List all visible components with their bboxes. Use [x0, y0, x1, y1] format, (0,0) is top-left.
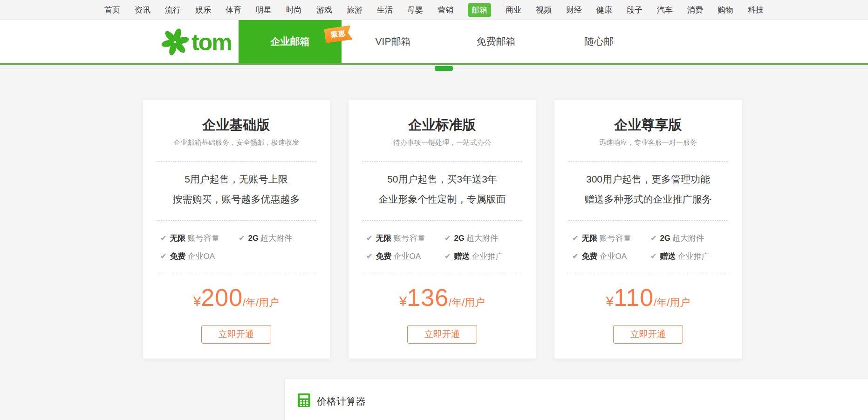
plan-feature: ✔2G超大附件 [444, 233, 518, 244]
divider [157, 161, 316, 162]
plan-feature: ✔免费企业OA [160, 251, 234, 262]
nav-item-0[interactable]: 首页 [104, 5, 120, 15]
divider [568, 161, 728, 162]
price-amount: 110 [614, 284, 654, 311]
plan-price: ¥136/年/用户 [349, 285, 536, 317]
check-icon: ✔ [239, 234, 245, 242]
plan-card: 企业尊享版 迅速响应，专业客服一对一服务 300用户起售，更多管理功能 赠送多种… [554, 100, 742, 359]
plan-cards: 企业基础版 企业邮箱基础服务，安全畅邮，极速收发 5用户起售，无账号上限 按需购… [142, 100, 742, 359]
nav-item-8[interactable]: 旅游 [347, 5, 362, 15]
divider [157, 220, 316, 221]
plan-description: 300用户起售，更多管理功能 赠送多种形式的企业推广服务 [554, 169, 742, 209]
nav-item-4[interactable]: 体育 [226, 5, 241, 15]
plan-title: 企业尊享版 [554, 117, 742, 133]
nav-item-9[interactable]: 生活 [377, 5, 393, 15]
nav-item-10[interactable]: 母婴 [407, 5, 423, 15]
mail-tabs: 企业邮箱聚惠VIP邮箱免费邮箱随心邮 [239, 20, 650, 63]
nav-item-7[interactable]: 游戏 [316, 5, 332, 15]
plan-features: ✔无限账号容量 ✔2G超大附件 ✔免费企业OA ✔赠送企业推广 [366, 233, 518, 262]
plan-feature: ✔2G超大附件 [650, 233, 724, 244]
nav-item-18[interactable]: 汽车 [657, 5, 673, 15]
check-icon: ✔ [366, 252, 372, 260]
nav-item-11[interactable]: 营销 [437, 5, 453, 15]
plan-description-line: 按需购买，账号越多优惠越多 [143, 189, 330, 209]
nav-item-17[interactable]: 段子 [627, 5, 642, 15]
plan-description-line: 赠送多种形式的企业推广服务 [554, 189, 742, 209]
nav-item-21[interactable]: 科技 [748, 5, 764, 15]
tab-1[interactable]: VIP邮箱 [342, 20, 444, 63]
check-icon: ✔ [160, 234, 166, 242]
plan-subtitle: 迅速响应，专业客服一对一服务 [554, 138, 742, 147]
tab-indicator-dash [435, 66, 453, 71]
tom-logo[interactable]: tom [161, 27, 232, 58]
tab-3[interactable]: 随心邮 [547, 20, 650, 63]
plan-feature: ✔免费企业OA [572, 251, 646, 262]
nav-item-14[interactable]: 视频 [536, 5, 552, 15]
plan-description-line: 企业形象个性定制，专属版面 [349, 189, 536, 209]
plan-card: 企业标准版 待办事项一键处理，一站式办公 50用户起售，买3年送3年 企业形象个… [348, 100, 536, 359]
divider [157, 274, 316, 274]
check-icon: ✔ [572, 234, 578, 242]
plan-feature: ✔2G超大附件 [239, 233, 312, 244]
plan-feature: ✔免费企业OA [366, 251, 440, 262]
check-icon: ✔ [650, 252, 656, 260]
nav-item-16[interactable]: 健康 [596, 5, 612, 15]
divider [568, 220, 728, 221]
plan-feature: ✔无限账号容量 [366, 233, 440, 244]
check-icon: ✔ [160, 252, 166, 260]
plan-feature: ✔赠送企业推广 [650, 251, 724, 262]
currency-symbol: ¥ [193, 293, 201, 309]
site-header: tom 企业邮箱聚惠VIP邮箱免费邮箱随心邮 [0, 20, 868, 63]
tab-label: 免费邮箱 [477, 35, 516, 48]
plan-card: 企业基础版 企业邮箱基础服务，安全畅邮，极速收发 5用户起售，无账号上限 按需购… [142, 100, 330, 359]
nav-item-19[interactable]: 消费 [687, 5, 703, 15]
check-icon: ✔ [444, 234, 451, 242]
nav-item-2[interactable]: 流行 [165, 5, 181, 15]
nav-item-12[interactable]: 邮箱 [468, 3, 491, 17]
plan-description-line: 50用户起售，买3年送3年 [349, 169, 536, 189]
currency-symbol: ¥ [606, 293, 614, 309]
nav-item-1[interactable]: 资讯 [135, 5, 150, 15]
plan-features: ✔无限账号容量 ✔2G超大附件 ✔免费企业OA [160, 233, 312, 262]
price-unit: /年/用户 [654, 297, 690, 308]
check-icon: ✔ [444, 252, 451, 260]
tab-label: 企业邮箱 [271, 35, 310, 48]
nav-item-13[interactable]: 商业 [506, 5, 521, 15]
tab-0[interactable]: 企业邮箱聚惠 [239, 20, 342, 63]
plan-features: ✔无限账号容量 ✔2G超大附件 ✔免费企业OA ✔赠送企业推广 [572, 233, 724, 262]
activate-button[interactable]: 立即开通 [613, 325, 683, 344]
nav-item-15[interactable]: 财经 [566, 5, 582, 15]
plan-title: 企业基础版 [143, 117, 330, 133]
nav-item-5[interactable]: 明星 [256, 5, 272, 15]
plan-feature: ✔无限账号容量 [160, 233, 234, 244]
faint-line [0, 68, 868, 68]
tab-2[interactable]: 免费邮箱 [444, 20, 547, 63]
nav-item-3[interactable]: 娱乐 [195, 5, 211, 15]
tab-label: VIP邮箱 [376, 35, 411, 48]
activate-button[interactable]: 立即开通 [407, 325, 477, 344]
price-unit: /年/用户 [449, 297, 485, 308]
logo-text: tom [191, 27, 232, 57]
plan-price: ¥200/年/用户 [143, 285, 330, 317]
price-unit: /年/用户 [243, 297, 279, 308]
price-amount: 136 [407, 284, 449, 311]
nav-item-20[interactable]: 购物 [718, 5, 733, 15]
divider [362, 274, 522, 274]
price-calculator-panel: 价格计算器 [284, 378, 868, 420]
plan-feature: ✔无限账号容量 [572, 233, 646, 244]
nav-item-6[interactable]: 时尚 [286, 5, 302, 15]
plan-description-line: 300用户起售，更多管理功能 [554, 169, 742, 189]
calculator-icon [298, 393, 310, 409]
activate-button[interactable]: 立即开通 [201, 325, 271, 344]
tom-flower-icon [161, 27, 190, 58]
top-nav: 首页资讯流行娱乐体育明星时尚游戏旅游生活母婴营销邮箱商业视频财经健康段子汽车消费… [0, 0, 868, 20]
plan-feature: ✔赠送企业推广 [444, 251, 518, 262]
tab-indicator-strip [0, 65, 868, 71]
divider [568, 274, 728, 274]
plan-price: ¥110/年/用户 [554, 285, 742, 317]
check-icon: ✔ [366, 234, 372, 242]
main-content: 企业基础版 企业邮箱基础服务，安全畅邮，极速收发 5用户起售，无账号上限 按需购… [142, 100, 742, 420]
plan-title: 企业标准版 [349, 117, 536, 133]
price-amount: 200 [201, 284, 243, 311]
divider [362, 161, 522, 162]
